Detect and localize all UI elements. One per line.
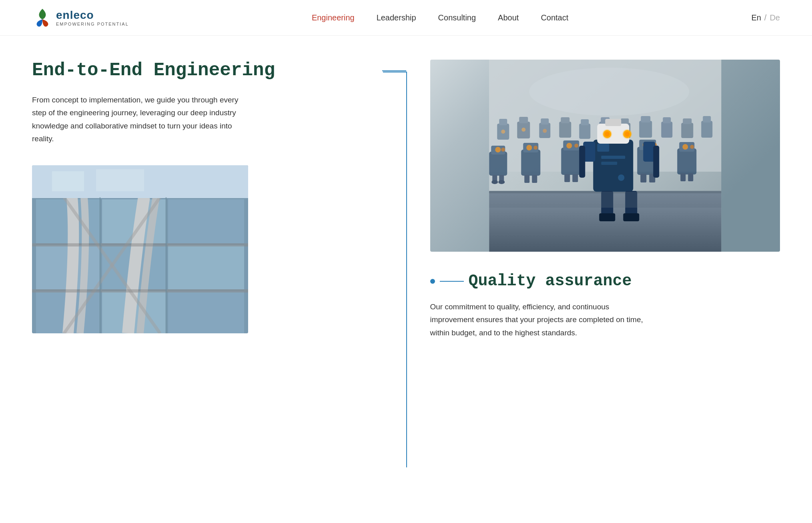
svg-point-30: [543, 129, 547, 133]
svg-rect-99: [601, 156, 625, 159]
nav-consulting[interactable]: Consulting: [438, 13, 476, 22]
logo-tagline: Empowering Potential: [56, 22, 129, 26]
lang-de[interactable]: De: [770, 13, 780, 22]
svg-rect-26: [519, 117, 528, 123]
nav-engineering[interactable]: Engineering: [312, 13, 355, 22]
svg-rect-67: [564, 174, 570, 182]
svg-rect-100: [601, 162, 617, 165]
svg-rect-84: [605, 119, 621, 126]
svg-rect-98: [623, 213, 639, 221]
logo-name: enleco: [56, 9, 129, 22]
right-column: Quality assurance Our commitment to qual…: [406, 60, 780, 339]
svg-rect-102: [489, 192, 721, 208]
svg-rect-45: [701, 121, 712, 138]
logo[interactable]: enleco Empowering Potential: [32, 7, 129, 28]
svg-rect-79: [680, 173, 686, 181]
svg-point-103: [529, 68, 689, 116]
svg-rect-63: [561, 148, 581, 175]
svg-point-65: [566, 143, 572, 148]
language-switcher: En / De: [751, 13, 780, 22]
quality-line: [440, 281, 464, 282]
main-nav: Engineering Leadership Consulting About …: [312, 13, 568, 22]
svg-rect-42: [663, 117, 671, 123]
svg-rect-16: [52, 171, 84, 191]
svg-rect-97: [599, 213, 615, 221]
nav-contact[interactable]: Contact: [541, 13, 568, 22]
svg-point-90: [622, 129, 632, 139]
svg-rect-34: [581, 119, 589, 125]
svg-rect-61: [524, 175, 529, 183]
svg-rect-17: [96, 169, 144, 191]
svg-rect-10: [168, 291, 244, 333]
arch-pipes-svg: [32, 165, 248, 333]
lang-en[interactable]: En: [751, 13, 761, 22]
svg-point-59: [526, 145, 532, 150]
svg-point-51: [495, 147, 501, 152]
svg-rect-40: [641, 116, 650, 122]
svg-rect-62: [532, 175, 537, 183]
hero-section: End-to-End Engineering From concept to i…: [32, 60, 780, 339]
hero-right-image: [430, 60, 780, 252]
svg-rect-94: [653, 146, 659, 178]
svg-rect-41: [661, 122, 672, 138]
svg-point-60: [533, 146, 537, 150]
svg-rect-57: [521, 150, 540, 176]
svg-point-77: [682, 144, 688, 150]
svg-rect-23: [499, 119, 507, 125]
hero-title: End-to-End Engineering: [32, 60, 382, 82]
svg-point-55: [491, 180, 498, 184]
svg-rect-33: [579, 124, 590, 139]
svg-point-24: [501, 130, 505, 134]
svg-rect-46: [703, 116, 711, 122]
svg-point-56: [498, 180, 505, 184]
svg-point-52: [501, 148, 505, 152]
svg-rect-13: [32, 243, 248, 246]
hero-left-image: [32, 165, 248, 333]
lang-separator: /: [764, 13, 767, 22]
main-content: End-to-End Engineering From concept to i…: [0, 36, 812, 363]
svg-rect-38: [621, 118, 629, 124]
nav-about[interactable]: About: [498, 13, 519, 22]
svg-rect-49: [489, 152, 507, 176]
svg-rect-29: [541, 118, 549, 124]
quality-title-line: Quality assurance: [430, 272, 780, 291]
svg-point-78: [690, 145, 694, 149]
nav-leadership[interactable]: Leadership: [377, 13, 416, 22]
quality-title: Quality assurance: [469, 272, 632, 291]
bracket-line: [406, 72, 407, 467]
svg-rect-73: [640, 174, 646, 182]
svg-rect-7: [168, 245, 244, 289]
svg-rect-43: [681, 123, 693, 138]
quality-section: Quality assurance Our commitment to qual…: [430, 272, 780, 339]
svg-rect-32: [561, 117, 569, 123]
svg-rect-39: [639, 121, 652, 138]
logo-text: enleco Empowering Potential: [56, 9, 129, 26]
svg-rect-31: [559, 122, 571, 138]
svg-rect-44: [683, 118, 692, 124]
svg-rect-82: [597, 144, 609, 152]
svg-rect-80: [688, 173, 693, 181]
svg-point-27: [521, 128, 525, 132]
svg-rect-4: [168, 199, 244, 243]
logo-icon: [32, 7, 53, 28]
site-header: enleco Empowering Potential Engineering …: [0, 0, 812, 36]
svg-point-89: [602, 129, 612, 139]
left-column: End-to-End Engineering From concept to i…: [32, 60, 406, 339]
svg-rect-93: [579, 146, 585, 178]
svg-rect-75: [677, 148, 696, 174]
svg-rect-68: [572, 174, 578, 182]
robots-svg: [430, 60, 780, 252]
hero-description: From concept to implementation, we guide…: [32, 94, 248, 145]
quality-dot: [430, 279, 435, 284]
svg-point-101: [618, 174, 624, 181]
svg-rect-14: [32, 289, 248, 293]
svg-point-66: [574, 144, 578, 148]
quality-description: Our commitment to quality, efficiency, a…: [430, 301, 654, 339]
